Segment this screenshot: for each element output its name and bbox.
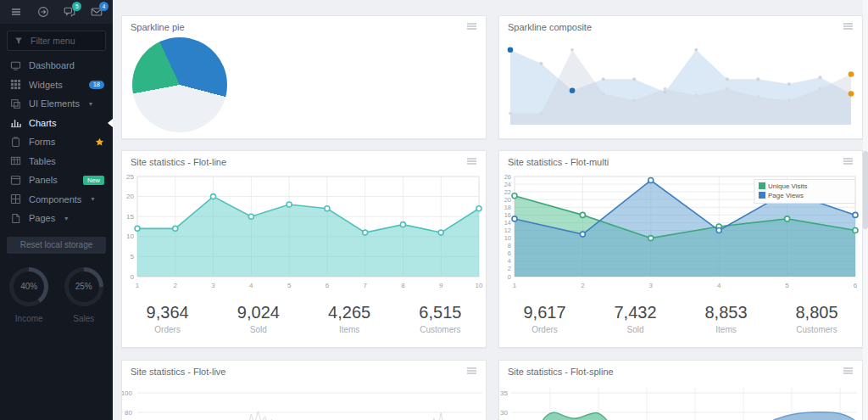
menu-icon[interactable] (9, 5, 23, 19)
svg-text:20: 20 (126, 193, 134, 200)
svg-text:4: 4 (508, 257, 511, 265)
active-item-arrow (108, 119, 113, 127)
card-flot-multi: Site statistics - Flot-multi 02468101214… (498, 150, 863, 348)
svg-text:8: 8 (508, 242, 511, 249)
pages-icon (10, 213, 21, 224)
card-title: Sparkline composite (508, 22, 592, 32)
svg-text:14: 14 (504, 219, 511, 227)
card-flot-live: Site statistics - Flot-live 10080 (121, 360, 487, 420)
chevron-down-icon: ▾ (91, 195, 94, 203)
sidebar-item-label: Tables (29, 156, 56, 166)
sidebar-item-charts[interactable]: Charts (0, 114, 113, 133)
flot-multi-chart: 02468101214161820222426123456Unique Visi… (499, 171, 862, 299)
card-menu-icon[interactable] (843, 367, 854, 376)
stat-value: 8,853 (681, 303, 771, 322)
dashboard-icon (10, 60, 21, 71)
mail-icon[interactable]: 4 (90, 5, 103, 19)
chevron-down-icon: ▾ (89, 100, 92, 108)
sidebar-item-label: Pages (29, 213, 55, 223)
svg-text:7: 7 (363, 282, 367, 289)
sidebar-item-panels[interactable]: PanelsNew (0, 171, 113, 190)
stat-label: Customers (395, 325, 486, 334)
svg-text:24: 24 (504, 181, 511, 188)
sidebar-item-tables[interactable]: Tables (0, 152, 113, 171)
filter-menu-input[interactable] (29, 35, 105, 47)
svg-text:4: 4 (249, 282, 253, 289)
gauge-income: 40%Income (9, 267, 48, 323)
sidebar-item-label: Widgets (29, 80, 63, 90)
widgets-icon (10, 79, 21, 90)
svg-text:25: 25 (126, 173, 134, 181)
flot-line-chart: 051015202512345678910 (122, 171, 486, 299)
card-menu-icon[interactable] (467, 23, 477, 31)
svg-text:3: 3 (649, 282, 654, 289)
sidebar-item-dashboard[interactable]: Dashboard (0, 56, 113, 76)
sidebar-item-forms[interactable]: Forms (0, 132, 113, 152)
svg-text:Unique Visits: Unique Visits (768, 182, 808, 190)
card-menu-icon[interactable] (843, 158, 854, 166)
reset-local-storage-button[interactable]: Reset local storage (7, 237, 106, 254)
sidebar-item-label: UI Elements (29, 98, 80, 109)
svg-text:Page Views: Page Views (768, 192, 804, 199)
badge: 18 (89, 81, 104, 90)
arrow-circle-icon[interactable] (36, 5, 50, 19)
svg-text:0: 0 (508, 273, 511, 281)
sidebar-item-widgets[interactable]: Widgets18 (0, 76, 113, 95)
card-menu-icon[interactable] (467, 158, 477, 166)
card-menu-icon[interactable] (843, 23, 854, 31)
sidebar-item-components[interactable]: Components▾ (0, 190, 113, 210)
star-icon (95, 137, 104, 147)
stat-value: 9,364 (122, 303, 213, 322)
badge: New (83, 176, 104, 185)
card-title: Site statistics - Flot-spline (508, 367, 614, 377)
svg-text:26: 26 (504, 173, 511, 181)
stat-label: Sold (590, 325, 681, 334)
chat-badge: 5 (72, 2, 81, 11)
stat-sold: 9,024Sold (213, 303, 303, 334)
sidebar-item-ui-elements[interactable]: UI Elements▾ (0, 94, 113, 114)
components-icon (10, 193, 21, 204)
gauge-sales: 25%Sales (64, 267, 103, 323)
stat-sold: 7,432Sold (590, 303, 681, 334)
charts-icon (10, 117, 21, 128)
stat-items: 4,265Items (304, 303, 395, 334)
sidebar-item-label: Components (29, 194, 81, 204)
filter-menu-box (7, 31, 106, 51)
card-title: Site statistics - Flot-live (131, 367, 225, 377)
composite-sparkline-chart (505, 36, 856, 132)
svg-text:5: 5 (785, 282, 789, 289)
sidebar-item-pages[interactable]: Pages▾ (0, 209, 113, 228)
gauge-ring: 25% (64, 267, 103, 306)
card-title: Site statistics - Flot-line (131, 157, 226, 167)
gauge-ring: 40% (9, 267, 48, 306)
stat-orders: 9,364Orders (122, 303, 213, 334)
stat-label: Orders (499, 325, 590, 334)
svg-text:18: 18 (504, 204, 511, 211)
panels-icon (10, 175, 21, 186)
ui-elements-icon (10, 98, 21, 109)
gauge-percent: 40% (14, 272, 44, 302)
stat-value: 4,265 (304, 303, 395, 322)
svg-text:4: 4 (717, 282, 721, 289)
scrollbar-thumb[interactable] (863, 151, 868, 229)
stat-customers: 8,805Customers (771, 303, 862, 334)
svg-text:3: 3 (211, 282, 215, 289)
card-title: Sparkline pie (131, 22, 185, 32)
flot-spline-chart: 353025 (499, 381, 862, 420)
stat-label: Items (681, 325, 771, 334)
svg-text:9: 9 (439, 282, 443, 289)
card-menu-icon[interactable] (467, 367, 477, 376)
svg-text:8: 8 (401, 282, 405, 289)
svg-text:16: 16 (504, 211, 511, 219)
svg-text:30: 30 (500, 409, 508, 417)
stat-customers: 6,515Customers (395, 303, 486, 334)
svg-text:15: 15 (126, 213, 134, 221)
svg-text:6: 6 (508, 249, 511, 257)
svg-text:1: 1 (136, 282, 140, 289)
chat-icon[interactable]: 5 (63, 5, 76, 19)
gauge-label: Income (9, 314, 48, 323)
svg-text:22: 22 (504, 188, 511, 196)
svg-text:10: 10 (126, 232, 134, 240)
svg-text:2: 2 (174, 282, 178, 289)
sidebar: 54 DashboardWidgets18UI Elements▾ChartsF… (0, 0, 113, 420)
